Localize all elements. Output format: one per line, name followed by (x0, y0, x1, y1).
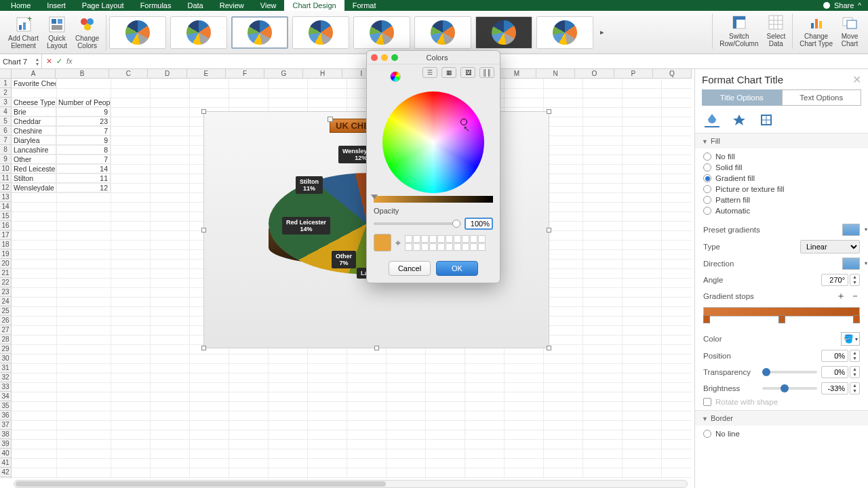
tab-page-layout[interactable]: Page Layout (74, 0, 132, 11)
data-label[interactable]: Stilton11% (296, 176, 323, 194)
fx-icon[interactable]: fx (66, 57, 73, 66)
style-thumb-1[interactable] (109, 16, 166, 49)
cell-B6[interactable]: 7 (56, 126, 111, 136)
cancel-formula-icon[interactable]: ✕ (46, 57, 52, 66)
current-color-swatch[interactable] (374, 234, 391, 251)
cell-B11[interactable]: 11 (56, 174, 111, 183)
cell-A12[interactable]: Wensleydale (12, 183, 56, 192)
column-headers[interactable]: ABCDEFGHIJKLMNOPQ (12, 69, 692, 79)
tab-home[interactable]: Home (3, 0, 39, 11)
enter-formula-icon[interactable]: ✓ (56, 57, 62, 66)
cell-B9[interactable]: 7 (56, 155, 111, 164)
effects-category-icon[interactable] (732, 113, 747, 127)
add-chart-element-button[interactable]: + Add Chart Element (8, 16, 39, 49)
cell-A11[interactable]: Stilton (12, 174, 56, 183)
brightness-slider-2[interactable] (762, 387, 817, 390)
swatch-grid[interactable] (405, 235, 486, 251)
remove-stop-icon[interactable]: － (850, 290, 860, 302)
fill-section-header[interactable]: ▼Fill (695, 133, 868, 148)
color-wheel-mode[interactable] (390, 71, 401, 82)
fill-option-picture-or-texture-fill[interactable]: Picture or texture fill (703, 184, 860, 195)
image-palettes-mode[interactable]: 🖼 (460, 67, 475, 78)
tab-review[interactable]: Review (212, 0, 252, 11)
pencils-mode[interactable]: ║║ (479, 67, 494, 78)
fill-option-solid-fill[interactable]: Solid fill (703, 162, 860, 173)
cell-B3[interactable]: Number of People (56, 98, 111, 107)
size-properties-category-icon[interactable] (759, 113, 774, 127)
transparency-input[interactable] (821, 366, 848, 378)
style-thumb-6[interactable] (414, 16, 471, 49)
style-thumb-2[interactable] (170, 16, 227, 49)
cell-A1[interactable]: Favorite Cheese Data (12, 79, 56, 88)
title-options-tab[interactable]: Title Options (702, 89, 782, 106)
cell-B8[interactable]: 8 (56, 145, 111, 155)
tab-chart-design[interactable]: Chart Design (284, 0, 344, 11)
fill-line-category-icon[interactable] (705, 113, 719, 127)
tab-data[interactable]: Data (179, 0, 211, 11)
cell-B10[interactable]: 14 (56, 164, 111, 174)
angle-input[interactable] (821, 274, 848, 286)
gradient-type-select[interactable]: Linear (800, 240, 860, 253)
fill-option-no-fill[interactable]: No fill (703, 151, 860, 162)
switch-row-column-button[interactable]: Switch Row/Column (719, 14, 758, 49)
color-wheel[interactable]: ↖ (382, 92, 484, 193)
color-sliders-mode[interactable]: ☰ (422, 67, 437, 78)
eyedropper-icon[interactable]: ⌖ (395, 237, 401, 249)
tab-format[interactable]: Format (344, 0, 384, 11)
fill-option-gradient-fill[interactable]: Gradient fill (703, 173, 860, 184)
cell-A9[interactable]: Other (12, 155, 56, 164)
close-pane-icon[interactable]: ✕ (852, 73, 861, 86)
angle-up[interactable]: ▲ (850, 274, 859, 280)
tab-view[interactable]: View (252, 0, 285, 11)
style-thumb-8[interactable] (536, 16, 593, 49)
style-thumb-5[interactable] (353, 16, 410, 49)
border-no-line-radio[interactable]: No line (703, 428, 860, 439)
cell-A6[interactable]: Cheshire (12, 126, 56, 136)
text-options-tab[interactable]: Text Options (782, 89, 862, 106)
style-thumb-4[interactable] (292, 16, 349, 49)
dialog-titlebar[interactable]: Colors (367, 51, 500, 64)
style-thumb-3[interactable] (231, 16, 288, 49)
tab-formulas[interactable]: Formulas (132, 0, 180, 11)
row-headers[interactable]: 1234567891011121314151617181920212223242… (0, 79, 12, 479)
cell-A4[interactable]: Brie (12, 107, 56, 117)
brightness-input[interactable] (821, 382, 848, 394)
cell-B5[interactable]: 23 (56, 117, 111, 126)
cell-A5[interactable]: Cheddar (12, 117, 56, 126)
cell-B7[interactable]: 9 (56, 136, 111, 145)
cell-B4[interactable]: 9 (56, 107, 111, 117)
preset-gradients-dropdown[interactable]: ▾ (842, 224, 860, 236)
ok-button[interactable]: OK (436, 261, 478, 276)
move-chart-button[interactable]: Move Chart (841, 14, 859, 49)
transparency-slider[interactable] (762, 371, 817, 373)
add-stop-icon[interactable]: ＋ (836, 290, 846, 302)
name-box[interactable]: Chart 7▴▾ (0, 54, 42, 68)
share-group[interactable]: Share ^ (823, 1, 865, 9)
gallery-next-button[interactable]: ▸ (597, 19, 607, 46)
select-all-corner[interactable] (0, 69, 12, 79)
gradient-stops-bar[interactable] (703, 307, 860, 327)
cell-A3[interactable]: Cheese Type (12, 98, 56, 107)
border-section-header[interactable]: ▼Border (695, 410, 868, 426)
quick-layout-button[interactable]: Quick Layout (47, 16, 67, 49)
opacity-input[interactable] (465, 218, 493, 230)
data-label[interactable]: Red Leicester14% (282, 217, 330, 235)
worksheet-grid[interactable]: ABCDEFGHIJKLMNOPQ 1234567891011121314151… (0, 69, 692, 479)
select-data-button[interactable]: Select Data (766, 14, 785, 49)
position-input[interactable] (821, 350, 848, 362)
cell-A8[interactable]: Lancashire (12, 145, 56, 155)
fill-option-pattern-fill[interactable]: Pattern fill (703, 195, 860, 205)
tab-insert[interactable]: Insert (39, 0, 74, 11)
cell-A7[interactable]: Diarylea (12, 136, 56, 145)
cell-B12[interactable]: 12 (56, 183, 111, 192)
change-chart-type-button[interactable]: Change Chart Type (800, 14, 833, 49)
opacity-slider[interactable] (374, 222, 460, 225)
style-thumb-7[interactable] (475, 16, 532, 49)
gradient-direction-dropdown[interactable]: ▾ (842, 258, 860, 270)
data-label[interactable]: Other7% (332, 251, 356, 268)
stop-color-button[interactable]: 🪣▾ (841, 332, 860, 346)
color-palettes-mode[interactable]: ▦ (441, 67, 456, 78)
angle-down[interactable]: ▼ (850, 280, 859, 285)
horizontal-scrollbar[interactable] (14, 480, 688, 488)
fill-option-automatic[interactable]: Automatic (703, 205, 860, 216)
